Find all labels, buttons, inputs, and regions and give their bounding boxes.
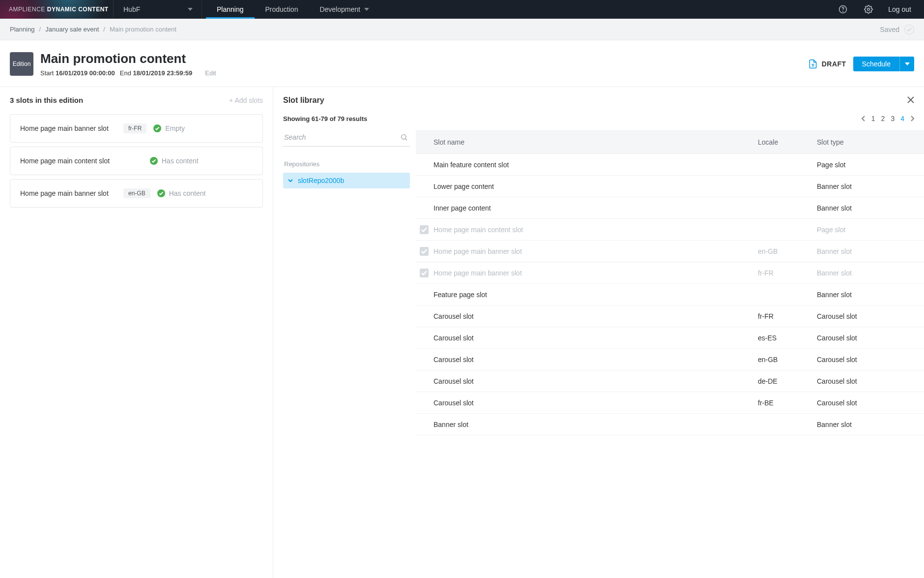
edition-title-block: Main promotion content Start 16/01/2019 …: [40, 51, 216, 77]
cell-locale: fr-FR: [758, 269, 817, 277]
cell-name: Carousel slot: [433, 377, 758, 385]
schedule-caret-button[interactable]: [899, 57, 914, 71]
checkbox-checked-icon: [420, 269, 429, 277]
cell-name: Banner slot: [433, 421, 758, 428]
table-row[interactable]: Banner slot Banner slot: [416, 414, 924, 435]
search-field[interactable]: [283, 130, 410, 147]
table-row[interactable]: Feature page slot Banner slot: [416, 284, 924, 305]
col-slot-type: Slot type: [817, 138, 915, 146]
library-table: Slot name Locale Slot type Main feature …: [416, 130, 924, 578]
repositories-label: Repositories: [284, 160, 410, 168]
add-slots-button[interactable]: + Add slots: [229, 96, 263, 104]
chevron-right-icon[interactable]: [910, 116, 914, 122]
slot-name: Home page main banner slot: [20, 124, 123, 132]
cell-name: Home page main banner slot: [433, 269, 758, 277]
search-input[interactable]: [284, 133, 400, 141]
table-row[interactable]: Carousel slot es-ES Carousel slot: [416, 327, 924, 349]
table-row[interactable]: Carousel slot fr-BE Carousel slot: [416, 392, 924, 414]
cell-type: Page slot: [817, 226, 915, 234]
breadcrumb-planning[interactable]: Planning: [10, 26, 35, 33]
logout-link[interactable]: Log out: [888, 5, 911, 13]
slot-status: Has content: [150, 157, 199, 165]
table-row[interactable]: Main feature content slot Page slot: [416, 154, 924, 176]
edition-slot-card[interactable]: Home page main banner slot en-GB Has con…: [10, 179, 263, 208]
cell-name: Feature page slot: [433, 291, 758, 299]
cell-name: Carousel slot: [433, 334, 758, 342]
cell-type: Carousel slot: [817, 399, 915, 407]
check-circle-icon: [153, 124, 161, 132]
brand-text-bold: DYNAMIC CONTENT: [47, 6, 109, 13]
save-status: Saved: [880, 25, 914, 34]
cell-locale: de-DE: [758, 377, 817, 385]
edition-dates: Start 16/01/2019 00:00:00 End 18/01/2019…: [40, 69, 216, 77]
cell-type: Banner slot: [817, 183, 915, 190]
edition-slot-card[interactable]: Home page main banner slot fr-FR Empty: [10, 114, 263, 143]
cell-name: Carousel slot: [433, 399, 758, 407]
repository-item[interactable]: slotRepo2000b: [283, 173, 410, 188]
caret-down-icon: [905, 62, 910, 65]
slot-library-title: Slot library: [283, 96, 324, 105]
locale-chip: en-GB: [123, 188, 150, 198]
col-locale: Locale: [758, 138, 817, 146]
table-row[interactable]: Carousel slot de-DE Carousel slot: [416, 370, 924, 392]
edition-slots-panel: 3 slots in this edition + Add slots Home…: [0, 87, 273, 578]
brand-logo: AMPLIENCE DYNAMIC CONTENT: [0, 0, 114, 19]
cell-name: Inner page content: [433, 204, 758, 212]
table-row[interactable]: Carousel slot en-GB Carousel slot: [416, 349, 924, 370]
edition-badge: Edition: [10, 52, 33, 76]
check-circle-icon: [150, 157, 158, 165]
page-number[interactable]: 2: [881, 115, 885, 122]
help-icon[interactable]: [837, 3, 849, 15]
schedule-button[interactable]: Schedule: [853, 57, 899, 71]
page-number[interactable]: 3: [891, 115, 895, 122]
table-row[interactable]: Inner page content Banner slot: [416, 197, 924, 219]
tab-production[interactable]: Production: [255, 0, 309, 19]
close-icon[interactable]: [907, 96, 914, 105]
breadcrumb-current: Main promotion content: [110, 26, 176, 33]
slot-name: Home page main content slot: [20, 157, 123, 165]
cell-type: Banner slot: [817, 204, 915, 212]
table-row[interactable]: Lower page content Banner slot: [416, 176, 924, 197]
page-number[interactable]: 1: [871, 115, 875, 122]
slot-name: Home page main banner slot: [20, 189, 123, 197]
cell-type: Carousel slot: [817, 312, 915, 320]
content-area: 3 slots in this edition + Add slots Home…: [0, 87, 924, 578]
check-icon: [904, 25, 914, 34]
tab-development[interactable]: Development: [309, 0, 380, 19]
edition-slot-card[interactable]: Home page main content slot xx Has conte…: [10, 147, 263, 175]
check-circle-icon: [157, 189, 165, 197]
brand-text-light: AMPLIENCE: [9, 6, 45, 13]
edition-header-actions: DRAFT Schedule: [808, 57, 914, 71]
cell-type: Carousel slot: [817, 334, 915, 342]
slot-library-panel: Slot library Showing 61-79 of 79 results…: [273, 87, 924, 578]
page-number[interactable]: 4: [900, 115, 904, 122]
svg-point-6: [402, 135, 406, 139]
document-icon: [808, 59, 818, 69]
edit-dates-link[interactable]: Edit: [205, 69, 216, 77]
checkbox-checked-icon: [420, 225, 429, 234]
table-header: Slot name Locale Slot type: [416, 130, 924, 154]
cell-name: Lower page content: [433, 183, 758, 190]
cell-name: Carousel slot: [433, 312, 758, 320]
edition-header: Edition Main promotion content Start 16/…: [0, 40, 924, 87]
page-title: Main promotion content: [40, 51, 216, 66]
saved-label: Saved: [880, 26, 899, 33]
topbar-right: Log out: [837, 0, 924, 19]
cell-name: Main feature content slot: [433, 161, 758, 169]
schedule-button-group: Schedule: [853, 57, 914, 71]
slot-status: Empty: [153, 124, 185, 132]
locale-chip: fr-FR: [123, 123, 146, 133]
status-badge: DRAFT: [808, 59, 846, 69]
chevron-left-icon[interactable]: [862, 116, 866, 122]
table-row[interactable]: Carousel slot fr-FR Carousel slot: [416, 305, 924, 327]
cell-locale: es-ES: [758, 334, 817, 342]
cell-name: Home page main content slot: [433, 226, 758, 234]
gear-icon[interactable]: [863, 3, 874, 15]
library-filters: Repositories slotRepo2000b: [283, 130, 416, 578]
cell-type: Page slot: [817, 161, 915, 169]
cell-locale: en-GB: [758, 356, 817, 364]
hub-selector[interactable]: HubF: [114, 0, 202, 19]
edition-slots-heading: 3 slots in this edition: [10, 96, 83, 104]
breadcrumb-event[interactable]: January sale event: [45, 26, 99, 33]
tab-planning[interactable]: Planning: [206, 0, 255, 19]
